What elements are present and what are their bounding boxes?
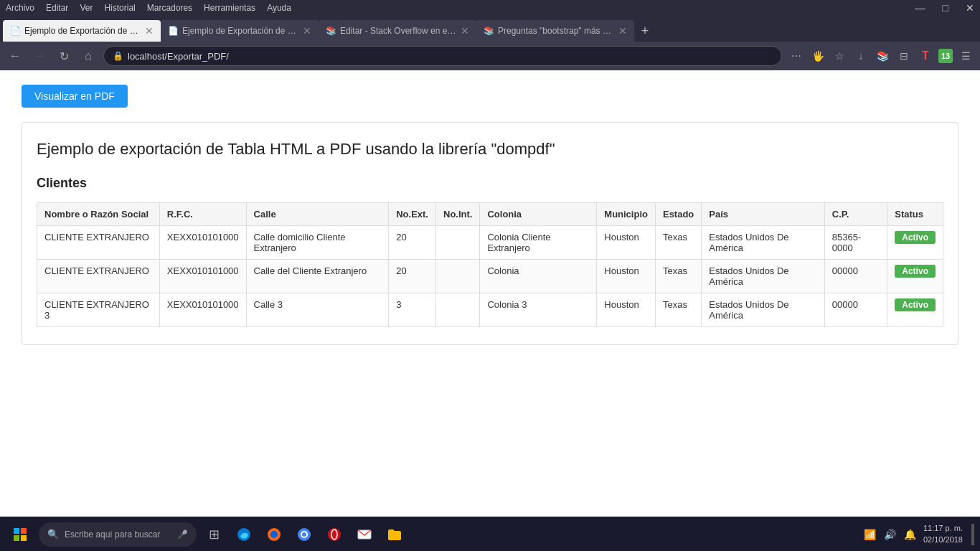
cell-noint <box>436 293 480 327</box>
cell-municipio: Houston <box>597 226 656 260</box>
search-placeholder: Escribe aquí para buscar <box>65 529 160 540</box>
tab-3-close[interactable]: ✕ <box>461 26 469 36</box>
menu-bar: Archivo Editar Ver Historial Marcadores … <box>0 0 980 16</box>
menu-archivo[interactable]: Archivo <box>6 3 34 13</box>
tab-3-label: Editar - Stack Overflow en espa… <box>340 26 456 36</box>
menu-marcadores[interactable]: Marcadores <box>147 3 192 13</box>
page-content: Visualizar en PDF Ejemplo de exportación… <box>0 70 980 517</box>
table-header-row: Nombre o Razón Social R.F.C. Calle No.Ex… <box>37 203 943 226</box>
star-icon[interactable]: ☆ <box>831 47 848 65</box>
col-estado: Estado <box>655 203 701 226</box>
cell-nombre: CLIENTE EXTRANJERO 3 <box>37 293 160 327</box>
cell-pais: Estados Unidos De América <box>702 293 824 327</box>
window-close[interactable]: ✕ <box>966 2 974 14</box>
tab-2-favicon: 📄 <box>168 26 178 36</box>
tab-1-close[interactable]: ✕ <box>145 26 154 36</box>
cell-status: Activo <box>887 260 943 293</box>
reader-icon[interactable]: T <box>917 47 934 65</box>
cell-cp: 00000 <box>824 260 887 293</box>
cell-municipio: Houston <box>597 260 656 293</box>
clock-time: 11:17 p. m. <box>923 523 963 534</box>
cell-cp: 85365-0000 <box>824 226 887 260</box>
taskbar-folder[interactable] <box>382 522 407 547</box>
col-noint: No.Int. <box>436 203 480 226</box>
cell-pais: Estados Unidos De América <box>702 226 824 260</box>
back-button[interactable]: ← <box>6 47 24 65</box>
extension-icon[interactable]: 13 <box>938 49 953 63</box>
menu-ver[interactable]: Ver <box>80 3 93 13</box>
window-maximize[interactable]: □ <box>943 2 948 14</box>
clients-table: Nombre o Razón Social R.F.C. Calle No.Ex… <box>37 202 943 327</box>
menu-editar[interactable]: Editar <box>46 3 68 13</box>
volume-icon[interactable]: 🔊 <box>883 527 897 542</box>
browser-window: Archivo Editar Ver Historial Marcadores … <box>0 0 980 551</box>
cell-nombre: CLIENTE EXTRANJERO <box>37 226 160 260</box>
cell-colonia: Colonia Cliente Extranjero <box>480 226 597 260</box>
taskbar-chrome[interactable] <box>291 522 317 547</box>
cell-status: Activo <box>887 293 943 327</box>
address-input[interactable]: 🔒 localhost/Exportar_PDF/ <box>103 46 782 66</box>
cell-estado: Texas <box>655 260 701 293</box>
taskbar-task-view[interactable]: ⊞ <box>201 522 227 547</box>
col-noext: No.Ext. <box>389 203 436 226</box>
tab-2-label: Ejemplo de Exportación de HT… <box>182 26 298 36</box>
tab-3-favicon: 📚 <box>326 26 336 36</box>
start-button[interactable] <box>6 520 34 549</box>
taskbar: 🔍 Escribe aquí para buscar 🎤 ⊞ <box>0 517 980 551</box>
taskbar-search[interactable]: 🔍 Escribe aquí para buscar 🎤 <box>39 522 197 547</box>
cell-calle: Calle domicilio Cliente Extranjero <box>246 226 389 260</box>
new-tab-button[interactable]: + <box>634 20 656 42</box>
cell-nombre: CLIENTE EXTRANJERO <box>37 260 160 293</box>
tab-4-close[interactable]: ✕ <box>618 26 627 36</box>
tab-4-favicon: 📚 <box>484 26 494 36</box>
visualizar-pdf-button[interactable]: Visualizar en PDF <box>22 85 128 108</box>
menu-herramientas[interactable]: Herramientas <box>204 3 255 13</box>
menu-ayuda[interactable]: Ayuda <box>267 3 291 13</box>
home-button[interactable]: ⌂ <box>79 47 98 65</box>
page-title: Ejemplo de exportación de Tabla HTML a P… <box>37 140 943 159</box>
notification-icon[interactable]: 🔔 <box>903 527 918 542</box>
download-icon[interactable]: ↓ <box>852 47 870 65</box>
table-row: CLIENTE EXTRANJERO XEXX010101000 Calle d… <box>37 226 943 260</box>
cell-noext: 3 <box>389 293 436 327</box>
taskbar-right: 📶 🔊 🔔 11:17 p. m. 02/10/2018 <box>863 523 974 545</box>
cell-rfc: XEXX010101000 <box>159 226 246 260</box>
col-rfc: R.F.C. <box>159 203 246 226</box>
tab-2[interactable]: 📄 Ejemplo de Exportación de HT… ✕ <box>161 20 319 42</box>
library-icon[interactable]: 📚 <box>874 47 891 65</box>
tab-bar: 📄 Ejemplo de Exportación de HT… ✕ 📄 Ejem… <box>0 16 980 42</box>
taskbar-edge[interactable] <box>231 522 257 547</box>
mic-icon: 🎤 <box>177 529 188 540</box>
taskbar-opera[interactable] <box>321 522 347 547</box>
taskbar-firefox[interactable] <box>261 522 287 547</box>
split-icon[interactable]: ⊟ <box>895 47 913 65</box>
cell-calle: Calle del Cliente Extranjero <box>246 260 389 293</box>
menu-icon[interactable]: ☰ <box>957 47 974 65</box>
refresh-button[interactable]: ↻ <box>55 47 73 65</box>
address-bar: ← → ↻ ⌂ 🔒 localhost/Exportar_PDF/ ⋯ 🖐 ☆ … <box>0 42 980 70</box>
svg-rect-1 <box>21 528 27 534</box>
content-card: Ejemplo de exportación de Tabla HTML a P… <box>22 122 958 345</box>
address-text: localhost/Exportar_PDF/ <box>128 51 229 62</box>
tab-1[interactable]: 📄 Ejemplo de Exportación de HT… ✕ <box>3 20 161 42</box>
more-icon[interactable]: ⋯ <box>788 47 805 65</box>
show-desktop[interactable] <box>971 524 974 545</box>
cell-noint <box>436 260 480 293</box>
forward-button[interactable]: → <box>30 47 49 65</box>
cell-colonia: Colonia <box>480 260 597 293</box>
network-icon[interactable]: 📶 <box>863 527 877 542</box>
table-row: CLIENTE EXTRANJERO XEXX010101000 Calle d… <box>37 260 943 293</box>
window-minimize[interactable]: — <box>915 2 925 14</box>
tab-4[interactable]: 📚 Preguntas "bootstrap" más nu… ✕ <box>476 20 634 42</box>
cell-colonia: Colonia 3 <box>480 293 597 327</box>
cell-status: Activo <box>887 226 943 260</box>
cell-calle: Calle 3 <box>246 293 389 327</box>
svg-point-6 <box>270 531 278 538</box>
col-nombre: Nombre o Razón Social <box>37 203 160 226</box>
taskbar-gmail[interactable] <box>352 522 377 547</box>
pocket-icon[interactable]: 🖐 <box>809 47 826 65</box>
col-cp: C.P. <box>824 203 887 226</box>
tab-3[interactable]: 📚 Editar - Stack Overflow en espa… ✕ <box>319 20 476 42</box>
tab-2-close[interactable]: ✕ <box>303 26 311 36</box>
menu-historial[interactable]: Historial <box>104 3 135 13</box>
